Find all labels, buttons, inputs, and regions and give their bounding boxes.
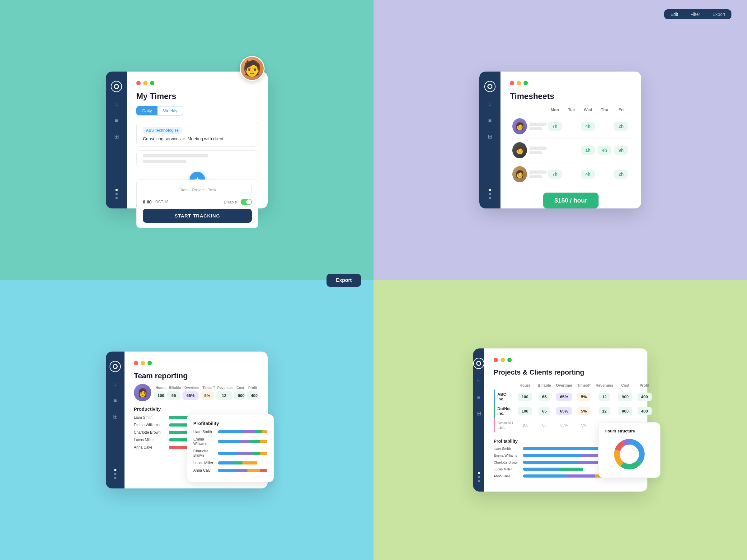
bar-seg xyxy=(218,430,243,433)
bar-seg xyxy=(255,430,262,433)
sidebar-icon-list[interactable]: ≡ xyxy=(488,117,492,124)
ts-row-2: 🧑 1h 4h 9h xyxy=(510,138,632,162)
stats-values: 100 65 65% 5% 12 900 400 xyxy=(154,391,258,400)
sidebar-dots xyxy=(478,472,480,482)
tab-weekly[interactable]: Weekly xyxy=(157,106,183,115)
project-name-smartai: SmartAI Ltd. xyxy=(494,418,515,432)
hours-cell: 4h xyxy=(579,122,596,131)
sidebar-icon-grid[interactable]: ⊞ xyxy=(488,133,492,140)
sidebar-icon-grid[interactable]: ⊞ xyxy=(113,413,118,420)
page-title: My Timers xyxy=(136,91,258,101)
tab-daily[interactable]: Daily xyxy=(137,106,157,115)
skeleton-role xyxy=(530,127,542,130)
sidebar-dots xyxy=(115,189,118,199)
productivity-title: Productivity xyxy=(134,406,258,411)
person-name: Lucas Miller xyxy=(193,461,214,465)
toolbar: Edit Filter Export xyxy=(664,9,731,19)
timesheets-content: Timesheets Mon Tue Wed Thu Fri 👩 xyxy=(500,72,641,209)
project-row-abc: ABC Inc. 100 65 65% 5% 12 900 400 xyxy=(494,390,654,404)
stat-muted: 65% xyxy=(553,418,574,432)
sidebar-dot xyxy=(478,472,480,474)
sidebar-icon-grid[interactable]: ⊞ xyxy=(476,410,481,417)
timers-window: ≈ ≡ ⊞ 🧑 My Timers Daily Weekly xyxy=(106,72,268,209)
person-row: Anna Calvi xyxy=(193,468,267,473)
rate-badge: $150 / hour xyxy=(543,193,598,209)
user-avatar: 🧑 xyxy=(240,56,264,81)
tl-yellow xyxy=(143,81,148,85)
hours-cell: 2h xyxy=(613,170,629,179)
bar-seg xyxy=(218,440,240,443)
header-timeoff: Timeoff xyxy=(202,386,215,390)
sidebar-icon-grid[interactable]: ⊞ xyxy=(114,133,119,140)
sidebar-icon-list[interactable]: ≡ xyxy=(113,397,117,404)
sidebar-icon-chart[interactable]: ≈ xyxy=(488,101,491,108)
toolbar-export[interactable]: Export xyxy=(706,9,731,19)
form-selector[interactable]: Client · Project · Task xyxy=(143,185,252,195)
sidebar-logo xyxy=(111,81,122,92)
bar-seg xyxy=(218,469,235,472)
day-mon: Mon xyxy=(546,107,563,112)
col-header-name xyxy=(494,381,515,390)
bar-seg xyxy=(523,461,578,464)
projects-content: Projects & Clients reporting Hours Billa… xyxy=(484,348,664,491)
tl-green xyxy=(523,81,528,85)
stat-revenues: 12 xyxy=(216,391,232,400)
skeleton-name xyxy=(530,123,546,126)
dot-separator xyxy=(183,138,185,140)
hours-structure-title: Hours structure xyxy=(605,429,654,433)
hours-fri: 2h xyxy=(614,170,628,179)
ts-avatar-3: 👩 xyxy=(512,166,527,182)
skeleton-name xyxy=(530,146,546,150)
traffic-lights xyxy=(510,81,632,85)
timer-card-1: ABS Technologies Consulting services Mee… xyxy=(136,122,258,146)
person-name: Charlotte Brown xyxy=(193,449,214,458)
add-timer-form: Client · Project · Task 0:00 OCT 18 Bill… xyxy=(136,180,258,228)
bar-seg xyxy=(260,440,267,443)
header-billable: Billable xyxy=(168,386,182,390)
toolbar-edit[interactable]: Edit xyxy=(664,9,684,19)
sidebar-icon-chart[interactable]: ≈ xyxy=(477,378,480,385)
sidebar-icon-chart[interactable]: ≈ xyxy=(113,381,117,388)
traffic-lights xyxy=(134,361,258,365)
person-name: Emma Williams xyxy=(193,437,214,446)
stat: 100 xyxy=(518,393,532,401)
sidebar-icon-list[interactable]: ≡ xyxy=(115,117,118,124)
col-header-billable: Billable xyxy=(535,381,554,390)
col-header-profit: Profit xyxy=(635,381,654,390)
person-name: Anna Calvi xyxy=(134,445,165,450)
sidebar-dot xyxy=(489,189,491,191)
toolbar-filter[interactable]: Filter xyxy=(684,9,706,19)
donut-chart xyxy=(612,437,646,471)
stat-muted: 100 xyxy=(515,418,535,432)
sidebar-icon-list[interactable]: ≡ xyxy=(477,394,481,401)
ts-row-3: 👩 7h 4h 2h xyxy=(510,162,632,186)
tl-red xyxy=(494,358,498,362)
stat: 400 xyxy=(638,407,652,415)
start-tracking-button[interactable]: START TRACKING xyxy=(143,209,252,223)
multi-bar xyxy=(218,469,267,472)
person-name: Charlotte Brown xyxy=(134,430,165,435)
person-row: Charlotte Brown xyxy=(193,449,267,458)
stat-muted: 5% xyxy=(574,418,593,432)
profitability-title: Profitability xyxy=(193,421,267,426)
day-headers: Mon Tue Wed Thu Fri xyxy=(510,107,632,112)
quadrant-timers: ≈ ≡ ⊞ 🧑 My Timers Daily Weekly xyxy=(0,0,374,280)
stat: 12 xyxy=(598,407,610,415)
person-name: Emma Williams xyxy=(134,423,165,427)
header-overtime: Overtime xyxy=(184,386,200,390)
tl-yellow xyxy=(517,81,521,85)
person-name: Liam Smith xyxy=(494,447,519,451)
stat: 5% xyxy=(577,393,590,401)
stat-timeoff: 5% xyxy=(201,391,214,400)
sidebar-icon-chart[interactable]: ≈ xyxy=(115,101,118,108)
sidebar-dot xyxy=(114,469,117,471)
sidebar-dot xyxy=(478,476,480,478)
export-button[interactable]: Export xyxy=(327,274,361,287)
billable-toggle[interactable] xyxy=(240,199,252,205)
header-hours: Hours xyxy=(155,386,166,390)
page-title: Timesheets xyxy=(510,91,632,101)
stat-overtime: 65% xyxy=(182,391,199,400)
person-name: Lucas Miller xyxy=(134,438,165,442)
projects-reporting-window: ≈ ≡ ⊞ Projects & Clients reporting xyxy=(473,348,647,491)
bar-seg xyxy=(523,447,595,450)
